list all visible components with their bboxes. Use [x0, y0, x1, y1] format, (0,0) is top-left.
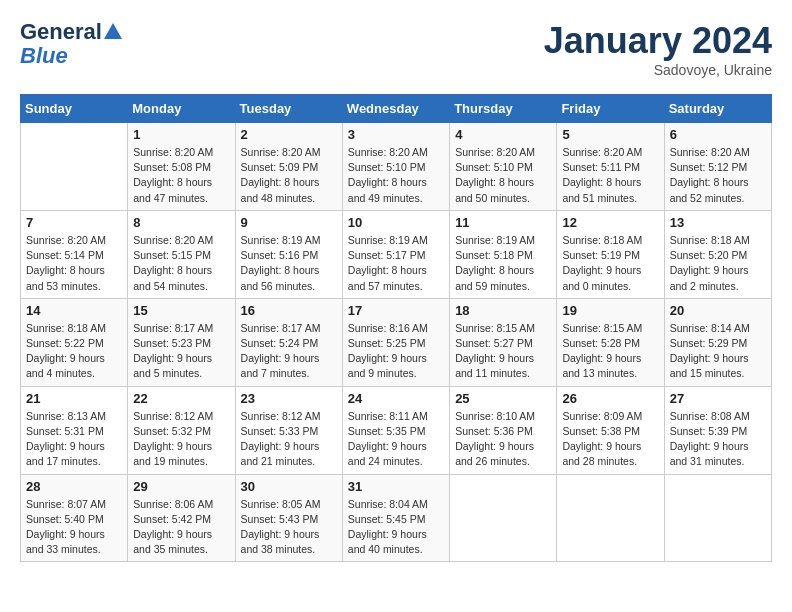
day-info: Sunrise: 8:19 AMSunset: 5:17 PMDaylight:…: [348, 233, 444, 294]
day-number: 20: [670, 303, 766, 318]
day-number: 25: [455, 391, 551, 406]
calendar-week-5: 28Sunrise: 8:07 AMSunset: 5:40 PMDayligh…: [21, 474, 772, 562]
day-info: Sunrise: 8:20 AMSunset: 5:12 PMDaylight:…: [670, 145, 766, 206]
day-number: 2: [241, 127, 337, 142]
day-number: 19: [562, 303, 658, 318]
calendar-cell: 4Sunrise: 8:20 AMSunset: 5:10 PMDaylight…: [450, 123, 557, 211]
day-number: 23: [241, 391, 337, 406]
weekday-header-tuesday: Tuesday: [235, 95, 342, 123]
day-info: Sunrise: 8:10 AMSunset: 5:36 PMDaylight:…: [455, 409, 551, 470]
calendar-week-2: 7Sunrise: 8:20 AMSunset: 5:14 PMDaylight…: [21, 210, 772, 298]
day-number: 16: [241, 303, 337, 318]
day-info: Sunrise: 8:18 AMSunset: 5:19 PMDaylight:…: [562, 233, 658, 294]
day-number: 6: [670, 127, 766, 142]
logo-text-general: General: [20, 20, 102, 44]
calendar-body: 1Sunrise: 8:20 AMSunset: 5:08 PMDaylight…: [21, 123, 772, 562]
calendar-cell: 20Sunrise: 8:14 AMSunset: 5:29 PMDayligh…: [664, 298, 771, 386]
weekday-header-saturday: Saturday: [664, 95, 771, 123]
weekday-header-monday: Monday: [128, 95, 235, 123]
day-info: Sunrise: 8:14 AMSunset: 5:29 PMDaylight:…: [670, 321, 766, 382]
logo-triangle-icon: [104, 21, 122, 39]
calendar-cell: 31Sunrise: 8:04 AMSunset: 5:45 PMDayligh…: [342, 474, 449, 562]
calendar-week-3: 14Sunrise: 8:18 AMSunset: 5:22 PMDayligh…: [21, 298, 772, 386]
calendar-cell: 7Sunrise: 8:20 AMSunset: 5:14 PMDaylight…: [21, 210, 128, 298]
calendar-header: SundayMondayTuesdayWednesdayThursdayFrid…: [21, 95, 772, 123]
day-number: 26: [562, 391, 658, 406]
calendar-cell: [450, 474, 557, 562]
day-info: Sunrise: 8:11 AMSunset: 5:35 PMDaylight:…: [348, 409, 444, 470]
calendar-cell: 23Sunrise: 8:12 AMSunset: 5:33 PMDayligh…: [235, 386, 342, 474]
weekday-header-friday: Friday: [557, 95, 664, 123]
calendar-cell: 8Sunrise: 8:20 AMSunset: 5:15 PMDaylight…: [128, 210, 235, 298]
day-info: Sunrise: 8:12 AMSunset: 5:32 PMDaylight:…: [133, 409, 229, 470]
day-info: Sunrise: 8:09 AMSunset: 5:38 PMDaylight:…: [562, 409, 658, 470]
calendar-cell: [557, 474, 664, 562]
day-info: Sunrise: 8:16 AMSunset: 5:25 PMDaylight:…: [348, 321, 444, 382]
calendar-cell: 10Sunrise: 8:19 AMSunset: 5:17 PMDayligh…: [342, 210, 449, 298]
day-number: 22: [133, 391, 229, 406]
day-info: Sunrise: 8:04 AMSunset: 5:45 PMDaylight:…: [348, 497, 444, 558]
day-info: Sunrise: 8:20 AMSunset: 5:11 PMDaylight:…: [562, 145, 658, 206]
calendar-cell: 6Sunrise: 8:20 AMSunset: 5:12 PMDaylight…: [664, 123, 771, 211]
calendar-cell: 24Sunrise: 8:11 AMSunset: 5:35 PMDayligh…: [342, 386, 449, 474]
weekday-header-thursday: Thursday: [450, 95, 557, 123]
day-number: 21: [26, 391, 122, 406]
day-info: Sunrise: 8:12 AMSunset: 5:33 PMDaylight:…: [241, 409, 337, 470]
calendar-cell: 22Sunrise: 8:12 AMSunset: 5:32 PMDayligh…: [128, 386, 235, 474]
day-number: 5: [562, 127, 658, 142]
day-number: 11: [455, 215, 551, 230]
day-number: 4: [455, 127, 551, 142]
calendar-cell: 27Sunrise: 8:08 AMSunset: 5:39 PMDayligh…: [664, 386, 771, 474]
page-header: General Blue January 2024 Sadovoye, Ukra…: [20, 20, 772, 78]
day-info: Sunrise: 8:20 AMSunset: 5:10 PMDaylight:…: [348, 145, 444, 206]
calendar-cell: 15Sunrise: 8:17 AMSunset: 5:23 PMDayligh…: [128, 298, 235, 386]
day-number: 14: [26, 303, 122, 318]
day-number: 8: [133, 215, 229, 230]
day-number: 9: [241, 215, 337, 230]
day-number: 7: [26, 215, 122, 230]
day-number: 15: [133, 303, 229, 318]
day-number: 1: [133, 127, 229, 142]
day-info: Sunrise: 8:19 AMSunset: 5:16 PMDaylight:…: [241, 233, 337, 294]
day-info: Sunrise: 8:18 AMSunset: 5:20 PMDaylight:…: [670, 233, 766, 294]
logo: General Blue: [20, 20, 122, 68]
day-info: Sunrise: 8:20 AMSunset: 5:09 PMDaylight:…: [241, 145, 337, 206]
day-info: Sunrise: 8:17 AMSunset: 5:23 PMDaylight:…: [133, 321, 229, 382]
calendar-cell: 16Sunrise: 8:17 AMSunset: 5:24 PMDayligh…: [235, 298, 342, 386]
calendar-cell: 1Sunrise: 8:20 AMSunset: 5:08 PMDaylight…: [128, 123, 235, 211]
day-info: Sunrise: 8:05 AMSunset: 5:43 PMDaylight:…: [241, 497, 337, 558]
calendar-cell: 26Sunrise: 8:09 AMSunset: 5:38 PMDayligh…: [557, 386, 664, 474]
title-block: January 2024 Sadovoye, Ukraine: [544, 20, 772, 78]
day-info: Sunrise: 8:19 AMSunset: 5:18 PMDaylight:…: [455, 233, 551, 294]
calendar-cell: 28Sunrise: 8:07 AMSunset: 5:40 PMDayligh…: [21, 474, 128, 562]
calendar-cell: 17Sunrise: 8:16 AMSunset: 5:25 PMDayligh…: [342, 298, 449, 386]
calendar-cell: [21, 123, 128, 211]
weekday-header-wednesday: Wednesday: [342, 95, 449, 123]
day-number: 18: [455, 303, 551, 318]
calendar-cell: 13Sunrise: 8:18 AMSunset: 5:20 PMDayligh…: [664, 210, 771, 298]
calendar-cell: 30Sunrise: 8:05 AMSunset: 5:43 PMDayligh…: [235, 474, 342, 562]
logo-text-blue: Blue: [20, 44, 68, 68]
day-info: Sunrise: 8:17 AMSunset: 5:24 PMDaylight:…: [241, 321, 337, 382]
day-number: 3: [348, 127, 444, 142]
day-number: 12: [562, 215, 658, 230]
calendar-cell: 9Sunrise: 8:19 AMSunset: 5:16 PMDaylight…: [235, 210, 342, 298]
calendar-cell: 29Sunrise: 8:06 AMSunset: 5:42 PMDayligh…: [128, 474, 235, 562]
weekday-header-sunday: Sunday: [21, 95, 128, 123]
calendar-cell: 18Sunrise: 8:15 AMSunset: 5:27 PMDayligh…: [450, 298, 557, 386]
calendar-cell: 11Sunrise: 8:19 AMSunset: 5:18 PMDayligh…: [450, 210, 557, 298]
day-info: Sunrise: 8:06 AMSunset: 5:42 PMDaylight:…: [133, 497, 229, 558]
calendar-cell: 25Sunrise: 8:10 AMSunset: 5:36 PMDayligh…: [450, 386, 557, 474]
calendar-cell: 19Sunrise: 8:15 AMSunset: 5:28 PMDayligh…: [557, 298, 664, 386]
calendar-cell: 3Sunrise: 8:20 AMSunset: 5:10 PMDaylight…: [342, 123, 449, 211]
day-number: 10: [348, 215, 444, 230]
calendar-table: SundayMondayTuesdayWednesdayThursdayFrid…: [20, 94, 772, 562]
day-number: 13: [670, 215, 766, 230]
calendar-cell: 14Sunrise: 8:18 AMSunset: 5:22 PMDayligh…: [21, 298, 128, 386]
day-number: 29: [133, 479, 229, 494]
svg-marker-0: [104, 23, 122, 39]
month-title: January 2024: [544, 20, 772, 62]
day-info: Sunrise: 8:18 AMSunset: 5:22 PMDaylight:…: [26, 321, 122, 382]
day-info: Sunrise: 8:20 AMSunset: 5:14 PMDaylight:…: [26, 233, 122, 294]
day-info: Sunrise: 8:13 AMSunset: 5:31 PMDaylight:…: [26, 409, 122, 470]
